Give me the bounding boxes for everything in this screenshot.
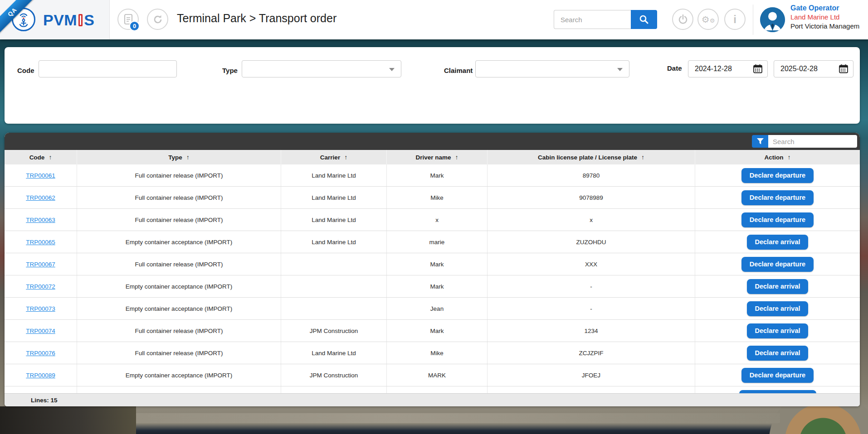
driver-cell: Mark	[387, 164, 488, 186]
sort-asc-icon[interactable]: ↑	[641, 154, 644, 161]
filter-funnel-icon	[756, 138, 764, 145]
driver-cell-value: x	[435, 217, 439, 223]
info-button[interactable]: i	[724, 9, 746, 30]
transport-order-link[interactable]: TRP00089	[26, 372, 55, 379]
refresh-button[interactable]	[147, 9, 168, 30]
column-header-carrier[interactable]: Carrier↑	[281, 150, 387, 164]
declare-arrival-button[interactable]: Declare arrival	[747, 323, 809, 338]
transport-order-link[interactable]: TRP00065	[26, 239, 55, 246]
plate-cell-value: 9078989	[579, 194, 603, 201]
type-select[interactable]	[242, 60, 401, 77]
declare-departure-button[interactable]: Declare departure	[741, 190, 814, 205]
type-cell-value: Empty container acceptance (IMPORT)	[126, 283, 232, 290]
carrier-cell-value: Land Marine Ltd	[312, 172, 356, 179]
column-header-type[interactable]: Type↑	[77, 150, 281, 164]
declare-arrival-button[interactable]: Declare arrival	[747, 235, 809, 250]
type-cell-value: Full container release (IMPORT)	[135, 350, 223, 357]
plate-cell: 89780	[488, 164, 695, 186]
table-search-input[interactable]	[768, 135, 857, 148]
type-cell-value: Empty container acceptance (IMPORT)	[126, 305, 232, 312]
carrier-cell: Land Marine Ltd	[281, 342, 387, 364]
transport-order-link[interactable]: TRP00067	[26, 261, 55, 268]
column-header-code[interactable]: Code↑	[5, 150, 77, 164]
sort-asc-icon[interactable]: ↑	[788, 154, 791, 161]
carrier-cell-value: Land Marine Ltd	[312, 217, 356, 223]
user-avatar[interactable]	[760, 7, 785, 32]
declare-arrival-button[interactable]: Declare arrival	[747, 279, 809, 294]
sort-asc-icon[interactable]: ↑	[49, 154, 52, 161]
table-toolbar	[5, 133, 860, 150]
breadcrumb: Terminal Park > Transport order	[177, 12, 336, 25]
transport-order-link[interactable]: TRP00072	[26, 283, 55, 290]
lines-count: Lines: 15	[31, 397, 58, 404]
driver-cell-value: Mike	[430, 194, 444, 201]
column-header-license-plate[interactable]: Cabin license plate / License plate↑	[488, 150, 695, 164]
code-input[interactable]	[39, 60, 177, 77]
plate-cell-value: 89780	[583, 172, 600, 179]
carrier-cell: JPM Construction	[281, 364, 387, 386]
logout-button[interactable]	[672, 9, 693, 30]
sort-asc-icon[interactable]: ↑	[344, 154, 347, 161]
driver-cell-value: Mark	[430, 328, 444, 334]
date-from-value: 2024-12-28	[695, 65, 732, 73]
plate-cell: 1234	[488, 320, 695, 342]
sort-asc-icon[interactable]: ↑	[186, 154, 190, 161]
declare-departure-button[interactable]: Declare departure	[741, 212, 814, 227]
transport-order-link[interactable]: TRP00062	[26, 194, 55, 201]
power-icon	[678, 14, 688, 25]
code-cell: TRP00065	[5, 231, 77, 253]
type-cell-value: Full container release (IMPORT)	[135, 261, 223, 268]
driver-cell: Jean	[387, 298, 488, 319]
transport-order-link[interactable]: TRP00076	[26, 350, 55, 357]
transport-order-link[interactable]: TRP00074	[26, 328, 55, 334]
application-window: PVMIS QA 0 Terminal Park > Transport ord…	[0, 0, 868, 434]
settings-button[interactable]: ⚙⚙	[697, 9, 719, 30]
column-header-action[interactable]: Action↑	[695, 150, 860, 164]
declare-arrival-button[interactable]: Declare arrival	[747, 346, 809, 361]
user-info[interactable]: Gate Operator Land Marine Ltd Port Victo…	[790, 4, 868, 31]
declare-departure-button[interactable]: Declare departure	[741, 368, 814, 383]
gears-icon: ⚙⚙	[702, 15, 715, 24]
date-from-input[interactable]: 2024-12-28	[688, 60, 768, 77]
documents-button[interactable]: 0	[117, 9, 139, 30]
table-filter-button[interactable]	[752, 135, 768, 148]
search-icon	[639, 14, 649, 24]
carrier-cell-value: Land Marine Ltd	[312, 239, 356, 246]
carrier-cell	[281, 298, 387, 319]
carrier-cell-value: JPM Construction	[310, 372, 358, 379]
action-button-clipped[interactable]	[739, 390, 816, 393]
sort-asc-icon[interactable]: ↑	[455, 154, 458, 161]
transport-orders-table: Code↑ Type↑ Carrier↑ Driver name↑ Cabin …	[5, 133, 860, 406]
declare-arrival-button[interactable]: Declare arrival	[747, 301, 809, 316]
header-divider	[753, 5, 753, 35]
top-header: PVMIS QA 0 Terminal Park > Transport ord…	[0, 0, 868, 39]
table-row: TRP00067Full container release (IMPORT)M…	[5, 253, 860, 275]
code-cell: TRP00062	[5, 187, 77, 208]
driver-cell: x	[387, 209, 488, 231]
type-cell: Empty container acceptance (IMPORT)	[77, 364, 281, 386]
driver-cell-value: marie	[429, 239, 445, 246]
declare-departure-button[interactable]: Declare departure	[741, 257, 814, 272]
transport-order-link[interactable]: TRP00061	[26, 172, 55, 179]
code-cell: TRP00061	[5, 164, 77, 186]
type-cell: Full container release (IMPORT)	[77, 253, 281, 275]
table-body: TRP00061Full container release (IMPORT)L…	[5, 164, 860, 386]
plate-cell: 9078989	[488, 187, 695, 208]
plate-cell-value: XXX	[585, 261, 597, 268]
refresh-icon	[152, 14, 163, 25]
declare-departure-button[interactable]: Declare departure	[741, 168, 814, 183]
global-search-input[interactable]	[554, 10, 631, 29]
action-cell: Declare departure	[695, 253, 860, 275]
global-search-button[interactable]	[631, 10, 657, 29]
driver-cell: Mark	[387, 275, 488, 297]
carrier-cell-value: Land Marine Ltd	[312, 350, 356, 357]
type-label: Type	[222, 67, 238, 74]
driver-cell: Mike	[387, 342, 488, 364]
column-header-driver-name[interactable]: Driver name↑	[387, 150, 488, 164]
claimant-select[interactable]	[475, 60, 629, 77]
plate-cell: JFOEJ	[488, 364, 695, 386]
transport-order-link[interactable]: TRP00073	[26, 305, 55, 312]
user-company: Land Marine Ltd	[790, 13, 868, 22]
date-to-input[interactable]: 2025-02-28	[774, 60, 853, 77]
transport-order-link[interactable]: TRP00063	[26, 217, 55, 223]
